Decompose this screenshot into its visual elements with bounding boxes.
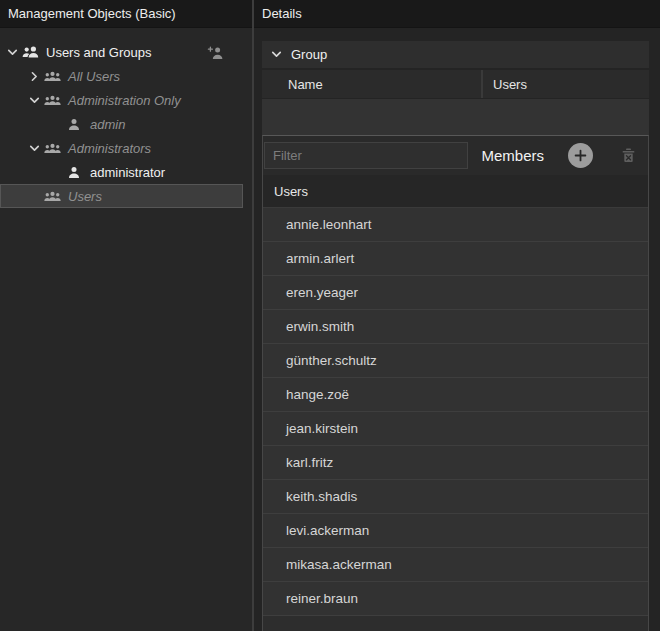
member-name: eren.yeager [286, 285, 358, 300]
tree-item-label: administrator [90, 165, 165, 180]
tree-item-label: Administrators [68, 141, 151, 156]
tree-item-users-and-groups[interactable]: Users and Groups [0, 40, 243, 64]
tree-item-all-users[interactable]: All Users [0, 64, 243, 88]
tree-item-label: All Users [68, 69, 120, 84]
members-section: Members Users annie.leonhartarmin.arlert… [262, 135, 649, 631]
members-table-header-label: Users [274, 184, 308, 199]
tree: Users and GroupsAll UsersAdministration … [0, 28, 252, 208]
member-name: levi.ackerman [286, 523, 369, 538]
chevron-spacer [48, 116, 64, 132]
member-row-annie-leonhart[interactable]: annie.leonhart [263, 208, 648, 242]
group-section-header[interactable]: Group [262, 41, 649, 68]
group-icon [42, 95, 62, 106]
member-name: jean.kirstein [286, 421, 358, 436]
tree-item-users[interactable]: Users [0, 184, 243, 208]
right-panel-title: Details [262, 6, 302, 21]
tree-item-administrators[interactable]: Administrators [0, 136, 243, 160]
members-rows: annie.leonhartarmin.arlerteren.yeagererw… [263, 208, 648, 616]
member-row-levi-ackerman[interactable]: levi.ackerman [263, 514, 648, 548]
chevron-down-icon [270, 47, 282, 63]
chevron-down-icon[interactable] [26, 92, 42, 108]
members-table-header[interactable]: Users [263, 175, 648, 208]
member-row-hange-zo[interactable]: hange.zoë [263, 378, 648, 412]
member-row-eren-yeager[interactable]: eren.yeager [263, 276, 648, 310]
trash-icon [621, 148, 636, 163]
right-panel-header: Details [254, 0, 660, 28]
chevron-down-icon[interactable] [4, 44, 20, 60]
member-name: annie.leonhart [286, 217, 372, 232]
member-row-keith-shadis[interactable]: keith.shadis [263, 480, 648, 514]
column-header-name[interactable]: Name [262, 70, 483, 98]
tree-item-label: Users and Groups [46, 45, 152, 60]
tree-item-administrator[interactable]: administrator [0, 160, 243, 184]
members-label: Members [481, 147, 544, 164]
tree-item-admin[interactable]: admin [0, 112, 243, 136]
member-row-g-nther-schultz[interactable]: günther.schultz [263, 344, 648, 378]
member-name: mikasa.ackerman [286, 557, 392, 572]
member-row-armin-arlert[interactable]: armin.arlert [263, 242, 648, 276]
plus-icon [573, 148, 588, 163]
left-panel-title: Management Objects (Basic) [8, 6, 176, 21]
member-name: karl.fritz [286, 455, 333, 470]
filter-input[interactable] [264, 142, 468, 169]
group-section-title: Group [291, 47, 327, 62]
member-row-jean-kirstein[interactable]: jean.kirstein [263, 412, 648, 446]
member-name: erwin.smith [286, 319, 354, 334]
group-icon [42, 71, 62, 82]
member-row-erwin-smith[interactable]: erwin.smith [263, 310, 648, 344]
add-user-icon[interactable] [207, 46, 224, 60]
details-panel: Details Group Name Users Members [254, 0, 660, 631]
delete-member-button[interactable] [621, 148, 636, 163]
chevron-spacer [48, 164, 64, 180]
user-icon [64, 166, 84, 179]
column-header-users-label: Users [493, 77, 527, 92]
member-row-mikasa-ackerman[interactable]: mikasa.ackerman [263, 548, 648, 582]
chevron-right-icon[interactable] [26, 68, 42, 84]
tree-item-administration-only[interactable]: Administration Only [0, 88, 243, 112]
tree-item-label: Users [68, 189, 102, 204]
group-table-header-row: Name Users [262, 70, 649, 98]
management-objects-panel: Management Objects (Basic) Users and Gro… [0, 0, 252, 631]
group-empty-row [262, 99, 649, 135]
column-header-name-label: Name [288, 77, 323, 92]
chevron-down-icon[interactable] [26, 140, 42, 156]
user-icon [64, 118, 84, 131]
members-toolbar: Members [263, 136, 648, 175]
column-header-users[interactable]: Users [483, 70, 649, 98]
left-panel-header: Management Objects (Basic) [0, 0, 252, 28]
group-icon [42, 191, 62, 202]
member-name: keith.shadis [286, 489, 357, 504]
member-name: reiner.braun [286, 591, 358, 606]
group-icon [42, 143, 62, 154]
chevron-spacer [26, 188, 42, 204]
member-name: armin.arlert [286, 251, 354, 266]
tree-item-label: Administration Only [68, 93, 181, 108]
member-name: hange.zoë [286, 387, 349, 402]
member-row-karl-fritz[interactable]: karl.fritz [263, 446, 648, 480]
app-window: Management Objects (Basic) Users and Gro… [0, 0, 660, 631]
member-name: günther.schultz [286, 353, 377, 368]
tree-item-label: admin [90, 117, 125, 132]
details-body: Group Name Users Members [254, 28, 660, 631]
users-and-groups-icon [20, 46, 40, 58]
add-member-button[interactable] [568, 143, 593, 168]
member-row-reiner-braun[interactable]: reiner.braun [263, 582, 648, 616]
